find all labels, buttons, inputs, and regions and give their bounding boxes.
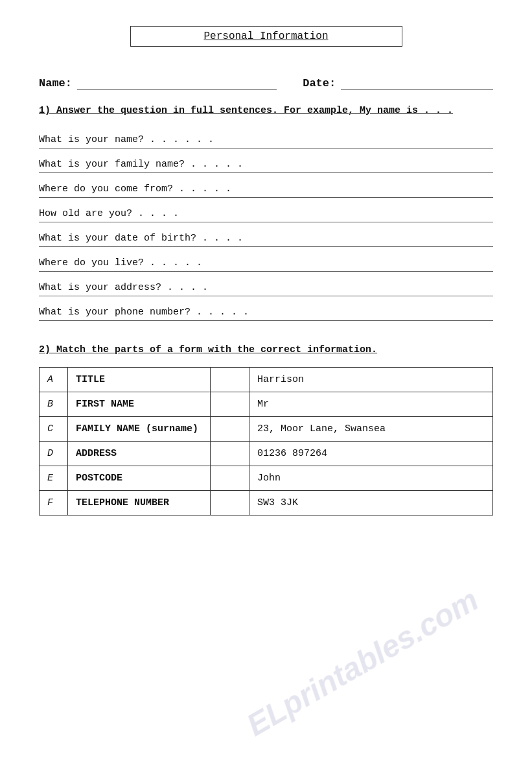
row-value: John xyxy=(249,466,493,491)
question-row: How old are you? . . . . xyxy=(39,203,493,228)
section1-instruction: 1) Answer the question in full sentences… xyxy=(39,105,493,116)
question-text: What is your address? . . . . xyxy=(39,277,493,296)
answer-line[interactable] xyxy=(39,197,493,198)
answer-line[interactable] xyxy=(39,320,493,321)
row-letter: D xyxy=(40,442,68,466)
name-date-row: Name: Date: xyxy=(39,77,493,89)
question-text: What is your family name? . . . . . xyxy=(39,154,493,172)
row-spacer xyxy=(211,491,249,515)
date-label: Date: xyxy=(303,77,336,89)
question-row: Where do you come from? . . . . . xyxy=(39,178,493,203)
row-spacer xyxy=(211,417,249,442)
row-field-label: ADDRESS xyxy=(68,442,211,466)
row-field-label: TITLE xyxy=(68,368,211,392)
page-title-box: Personal Information xyxy=(130,26,402,47)
row-value: 01236 897264 xyxy=(249,442,493,466)
question-block: What is your name? . . . . . .What is yo… xyxy=(39,129,493,326)
date-input-line[interactable] xyxy=(341,77,493,89)
row-spacer xyxy=(211,442,249,466)
row-letter: E xyxy=(40,466,68,491)
answer-line[interactable] xyxy=(39,296,493,296)
row-letter: A xyxy=(40,368,68,392)
row-spacer xyxy=(211,368,249,392)
watermark: ELprintables.com xyxy=(240,582,484,743)
table-row: BFIRST NAMEMr xyxy=(40,392,493,417)
row-letter: B xyxy=(40,392,68,417)
question-text: What is your name? . . . . . . xyxy=(39,129,493,148)
question-row: What is your family name? . . . . . xyxy=(39,154,493,178)
page-title: Personal Information xyxy=(203,30,328,42)
answer-line[interactable] xyxy=(39,222,493,222)
question-text: What is your date of birth? . . . . xyxy=(39,228,493,246)
row-field-label: TELEPHONE NUMBER xyxy=(68,491,211,515)
table-row: EPOSTCODEJohn xyxy=(40,466,493,491)
row-letter: F xyxy=(40,491,68,515)
table-row: CFAMILY NAME (surname)23, Moor Lane, Swa… xyxy=(40,417,493,442)
row-value: Harrison xyxy=(249,368,493,392)
answer-line[interactable] xyxy=(39,148,493,148)
table-row: DADDRESS01236 897264 xyxy=(40,442,493,466)
question-row: What is your phone number? . . . . . xyxy=(39,302,493,326)
question-row: Where do you live? . . . . . xyxy=(39,252,493,277)
row-field-label: FIRST NAME xyxy=(68,392,211,417)
question-row: What is your date of birth? . . . . xyxy=(39,228,493,252)
table-row: ATITLEHarrison xyxy=(40,368,493,392)
name-label: Name: xyxy=(39,77,72,89)
answer-line[interactable] xyxy=(39,271,493,272)
question-text: Where do you come from? . . . . . xyxy=(39,178,493,197)
answer-line[interactable] xyxy=(39,246,493,247)
row-field-label: FAMILY NAME (surname) xyxy=(68,417,211,442)
question-text: Where do you live? . . . . . xyxy=(39,252,493,271)
section2-instruction: 2) Match the parts of a form with the co… xyxy=(39,344,493,355)
table-row: FTELEPHONE NUMBERSW3 3JK xyxy=(40,491,493,515)
row-letter: C xyxy=(40,417,68,442)
row-field-label: POSTCODE xyxy=(68,466,211,491)
question-row: What is your address? . . . . xyxy=(39,277,493,302)
answer-line[interactable] xyxy=(39,172,493,173)
question-text: How old are you? . . . . xyxy=(39,203,493,222)
match-table: ATITLEHarrisonBFIRST NAMEMrCFAMILY NAME … xyxy=(39,367,493,515)
question-text: What is your phone number? . . . . . xyxy=(39,302,493,320)
name-field: Name: xyxy=(39,77,277,89)
row-spacer xyxy=(211,392,249,417)
row-value: Mr xyxy=(249,392,493,417)
question-row: What is your name? . . . . . . xyxy=(39,129,493,154)
row-value: SW3 3JK xyxy=(249,491,493,515)
name-input-line[interactable] xyxy=(77,77,277,89)
row-spacer xyxy=(211,466,249,491)
date-field: Date: xyxy=(303,77,493,89)
row-value: 23, Moor Lane, Swansea xyxy=(249,417,493,442)
